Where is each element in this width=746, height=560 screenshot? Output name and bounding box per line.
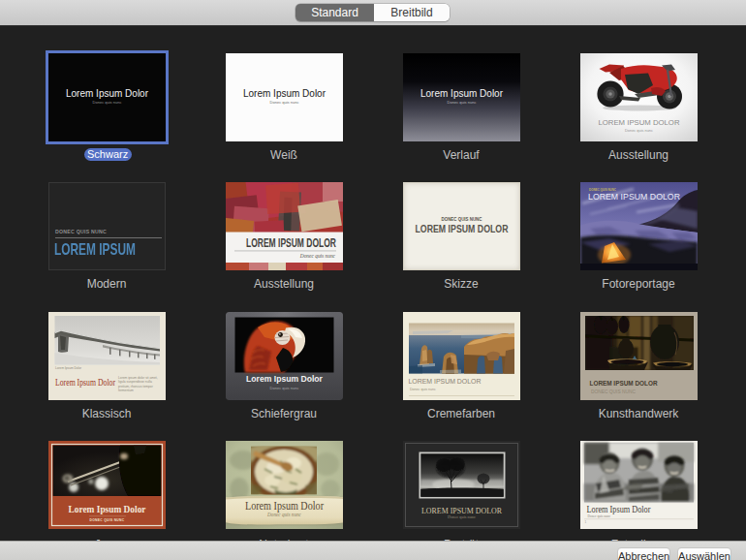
- svg-text:Lorem ipsum dolor sit amet,: Lorem ipsum dolor sit amet,: [118, 376, 158, 380]
- svg-text:Donec quis nunc: Donec quis nunc: [588, 514, 611, 518]
- svg-text:DONEC QUIS NUNC: DONEC QUIS NUNC: [591, 389, 637, 394]
- svg-text:Lorem Ipsum Dolor: Lorem Ipsum Dolor: [245, 500, 324, 513]
- svg-text:LOREM IPSUM DOLOR: LOREM IPSUM DOLOR: [416, 223, 509, 234]
- svg-text:Lorem Ipsum Dolor: Lorem Ipsum Dolor: [55, 366, 82, 370]
- svg-text:DONEC QUIS NUNC: DONEC QUIS NUNC: [90, 518, 125, 522]
- svg-text:DONEC QUIS NUNC: DONEC QUIS NUNC: [442, 216, 482, 222]
- svg-text:DONEC QUIS NUNC: DONEC QUIS NUNC: [589, 188, 616, 192]
- svg-text:Donec quis nunc: Donec quis nunc: [266, 512, 302, 517]
- svg-text:Donec quis nunc: Donec quis nunc: [270, 386, 299, 390]
- svg-text:Lorem Ipsum Dolor: Lorem Ipsum Dolor: [246, 374, 323, 384]
- svg-text:Lorem Ipsum Dolor: Lorem Ipsum Dolor: [587, 504, 652, 514]
- svg-text:ligula suspendisse nulla: ligula suspendisse nulla: [118, 380, 152, 384]
- svg-text:LOREM IPSUM DOLOR: LOREM IPSUM DOLOR: [590, 379, 659, 388]
- svg-text:Donec quis nunc: Donec quis nunc: [448, 514, 476, 519]
- svg-text:LOREM IPSUM DOLOR: LOREM IPSUM DOLOR: [588, 192, 680, 202]
- svg-text:LOREM IPSUM DOLOR: LOREM IPSUM DOLOR: [409, 377, 482, 386]
- svg-text:pretium, rhoncus tempor: pretium, rhoncus tempor: [118, 385, 154, 389]
- svg-text:Lorem Ipsum Dolor: Lorem Ipsum Dolor: [69, 503, 146, 514]
- svg-text:Donec quis nunc: Donec quis nunc: [410, 388, 436, 391]
- svg-text:Lorem Ipsum Dolor: Lorem Ipsum Dolor: [55, 377, 115, 388]
- svg-text:Donec quis nunc: Donec quis nunc: [299, 253, 336, 259]
- svg-text:fermentum: fermentum: [118, 389, 134, 392]
- svg-text:LOREM IPSUM DOLOR: LOREM IPSUM DOLOR: [599, 118, 680, 127]
- svg-text:Donec quis nunc: Donec quis nunc: [625, 128, 653, 133]
- svg-text:LOREM IPSUM DOLOR: LOREM IPSUM DOLOR: [246, 236, 336, 250]
